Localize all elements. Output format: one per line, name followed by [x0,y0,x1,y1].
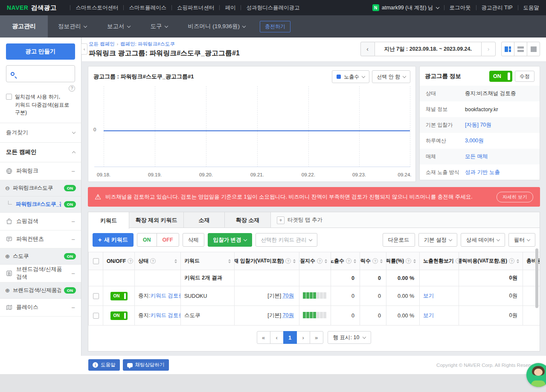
help-icon[interactable] [509,258,514,264]
page-next-button[interactable]: › [296,331,310,344]
sidebar-item-powerlink[interactable]: 파워링크 − [0,162,81,180]
sidebar-all-campaigns[interactable]: 모든 캠페인 [0,143,81,162]
filter-button[interactable]: 필터 [508,233,535,247]
basic-settings-button[interactable]: 기본 설정 [418,233,457,247]
help-icon[interactable] [456,258,459,264]
sidebar-adgroup-powerlink-sudoku[interactable]: 파워링크#스도쿠_광… ON [0,196,81,213]
logout-link[interactable]: 로그아웃 [450,4,471,12]
breadcrumb-all-campaigns[interactable]: 모든 캠페인 [89,41,115,47]
rows-per-page-dropdown[interactable]: 행 표시: 10 [328,331,372,344]
keyword-on-toggle[interactable]: ON [110,292,128,300]
banner-detail-button[interactable]: 자세히 보기 [497,192,533,202]
sidebar-campaign-sudoku[interactable]: ⊕ 스도쿠 ON [0,248,81,265]
col-ctr[interactable]: 클릭률(%) [386,252,420,270]
col-impressions[interactable]: 노출수 [331,252,360,270]
adgroup-on-toggle[interactable]: ON [489,71,512,82]
match-search-checkbox[interactable] [6,94,12,100]
page-first-button[interactable]: « [257,331,270,344]
col-onoff[interactable]: ON/OFF [103,252,135,270]
sidebar-favorites[interactable]: 즐겨찾기 [0,123,81,143]
page-last-button[interactable]: » [310,331,323,344]
help-icon[interactable] [285,258,291,264]
collapse-minus-icon[interactable]: − [71,304,75,311]
tab-keywords[interactable]: 키워드 [88,212,129,229]
edit-button[interactable]: 수정 [515,71,534,82]
ad-tip-link[interactable]: 광고관리 TIP [482,4,513,12]
sort-icon[interactable] [228,259,231,263]
metric-dropdown[interactable]: 노출수 [332,70,369,83]
select-all-checkbox[interactable] [93,258,99,264]
collapse-minus-icon[interactable]: − [71,236,75,243]
tab-creatives[interactable]: 소재 [184,212,225,228]
sidebar-campaign-powerlink-sudoku[interactable]: ⊖ 파워링크#스도쿠 ON [0,180,81,196]
help-link[interactable]: 도움말 [523,4,540,12]
bid-link[interactable]: 70원 [283,312,294,318]
new-keyword-button[interactable]: 새 키워드 [93,233,134,247]
add-targeting-tab[interactable]: 타겟팅 탭 추가 [271,212,328,228]
col-status[interactable]: 상태 [135,252,181,270]
col-exposure-status[interactable]: 노출현황보기 [420,252,459,270]
col-keyword[interactable]: 키워드 [181,252,235,270]
bid-change-button[interactable]: 입찰가 변경 [208,233,252,247]
help-icon[interactable] [150,258,156,264]
status-review-link[interactable]: 키워드 검토중 [150,293,180,299]
nav-reports[interactable]: 보고서 [97,15,140,37]
sort-icon[interactable] [325,259,327,263]
top-menu-shopping-partner[interactable]: 쇼핑파트너센터 [177,4,215,12]
nav-bizmoney[interactable]: 비즈머니 (19,936원) [178,15,256,37]
top-menu-smartplace[interactable]: 스마트플레이스 [129,4,166,12]
charge-button[interactable]: 충전하기 [260,21,290,32]
col-avg-cpc[interactable]: 평균클릭비용(VAT포함,원) [459,252,523,270]
help-icon[interactable] [317,258,322,264]
create-ad-button[interactable]: 광고 만들기 [6,43,75,60]
top-menu-display-ad[interactable]: 성과형디스플레이광고 [246,4,299,12]
select-all-header[interactable] [89,252,103,270]
sidebar-item-powercontents[interactable]: 파워컨텐츠 − [0,231,81,248]
search-input[interactable] [18,71,70,77]
footer-help-button[interactable]: 도움말 [88,359,120,371]
col-current-bid[interactable]: 현재 입찰가(VAT미포함) [235,252,299,270]
row-checkbox[interactable] [93,293,99,299]
date-prev-button[interactable]: ‹ [360,42,375,56]
sidebar-campaign-brand-search[interactable]: ⊕ 브랜드검색/신제품검색… ON [0,282,81,299]
nav-tools[interactable]: 도구 [140,15,178,37]
delete-button[interactable]: 삭제 [183,233,204,247]
help-icon[interactable] [406,258,411,264]
brand[interactable]: NAVER 검색광고 [7,4,56,12]
top-menu-smartstore[interactable]: 스마트스토어센터 [76,4,118,12]
breadcrumb-campaign[interactable]: 캠페인: 파워링크#스도쿠 [120,41,175,47]
col-clicks[interactable]: 클릭수 [360,252,386,270]
date-range-label[interactable]: 지난 7일 : 2023.09.18. ~ 2023.09.24. [375,42,481,56]
sidebar-item-brand-search[interactable]: 브랜드검색/신제품검색 − [0,265,81,282]
sort-icon[interactable] [517,259,519,263]
bulk-on-button[interactable]: ON [137,233,157,246]
sort-icon[interactable] [293,259,296,263]
collapse-minus-icon[interactable]: − [71,270,75,277]
collapse-minus-icon[interactable]: − [71,167,75,175]
tab-extended-creatives[interactable]: 확장 소재 [225,212,271,228]
sidebar-item-shopping-search[interactable]: 쇼핑검색 − [0,213,81,231]
page-prev-button[interactable]: ‹ [270,331,284,344]
bulk-off-button[interactable]: OFF [157,233,179,246]
bid-link[interactable]: 70원 [283,293,294,299]
sidebar-collapse-button[interactable]: ‹ [81,43,87,55]
scrollbar-thumb[interactable] [535,248,538,308]
sort-icon[interactable] [174,259,177,263]
nav-info-management[interactable]: 정보관리 [48,15,97,37]
help-icon[interactable] [346,258,351,264]
sidebar-item-place[interactable]: 플레이스 − [0,299,81,317]
col-quality-index[interactable]: 품질지수 [299,252,331,270]
question-icon[interactable] [69,85,75,92]
keyword-on-toggle[interactable]: ON [110,311,128,320]
nav-ad-management[interactable]: 광고관리 [0,15,48,37]
sidebar-search[interactable] [6,65,75,82]
help-icon[interactable] [372,258,378,264]
view-split-button[interactable] [501,42,514,56]
status-review-link[interactable]: 키워드 검토중 [150,312,180,318]
view-full-button[interactable] [527,42,540,56]
sort-icon[interactable] [354,259,356,263]
tab-excluded-keywords[interactable]: 확장 제외 키워드 [129,212,184,228]
detail-data-button[interactable]: 상세 데이터 [461,233,505,247]
selected-keywords-manage-button[interactable]: 선택한 키워드 관리 [256,233,317,247]
sort-icon[interactable] [380,259,383,263]
